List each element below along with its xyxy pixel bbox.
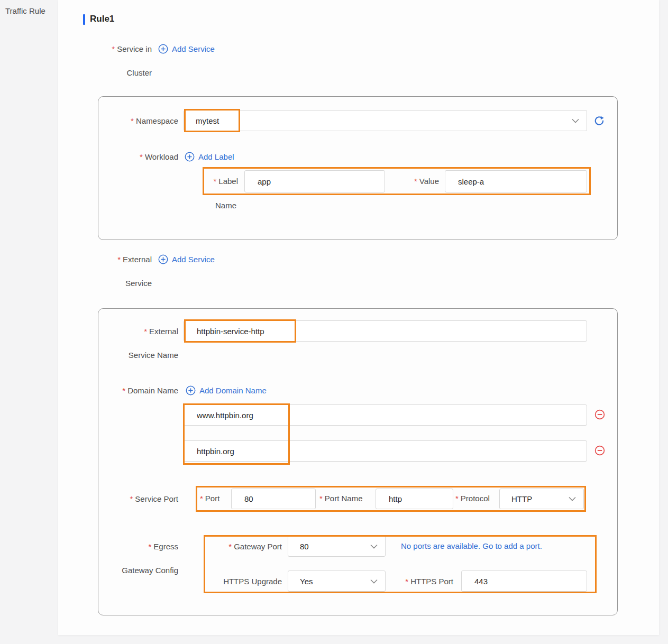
egress-label-line1: *Egress — [79, 542, 178, 551]
protocol-select[interactable]: HTTP — [499, 489, 584, 509]
required-mark: * — [144, 327, 147, 336]
external-service-name-label-line1: *External — [79, 327, 178, 336]
external-service-name-input[interactable] — [184, 320, 587, 342]
https-upgrade-select[interactable]: Yes — [288, 571, 386, 592]
service-port-label: *Service Port — [79, 494, 178, 504]
add-service-cluster-label: Add Service — [172, 44, 215, 53]
rule-accent-bar — [83, 14, 85, 25]
rule-title: Rule1 — [90, 13, 114, 25]
add-service-external-button[interactable]: Add Service — [158, 254, 215, 264]
https-port-label: *HTTPS Port — [394, 577, 453, 586]
gateway-port-select[interactable]: 80 — [288, 536, 386, 557]
chevron-down-icon — [572, 118, 579, 123]
add-label-label: Add Label — [198, 152, 234, 161]
chevron-down-icon — [370, 544, 378, 549]
required-mark: * — [131, 116, 134, 125]
port-label: *Port — [200, 494, 219, 503]
gateway-port-label: *Gateway Port — [212, 542, 282, 551]
domain-name-label: *Domain Name — [79, 386, 178, 395]
rule-panel: Rule1 *Service in Cluster Add Service *N… — [58, 0, 659, 635]
workload-name-label: Name — [215, 201, 236, 210]
https-upgrade-label: HTTPS Upgrade — [212, 577, 282, 586]
value-input[interactable] — [445, 170, 587, 192]
plus-circle-icon — [158, 254, 168, 264]
required-mark: * — [112, 44, 115, 53]
add-domain-name-label: Add Domain Name — [199, 386, 267, 395]
https-port-input[interactable] — [461, 571, 587, 592]
plus-circle-icon — [185, 152, 195, 162]
minus-circle-icon — [594, 445, 605, 456]
required-mark: * — [228, 542, 232, 551]
protocol-label: *Protocol — [455, 494, 490, 503]
gateway-port-select-value: 80 — [288, 542, 370, 551]
label-input[interactable] — [244, 170, 385, 192]
required-mark: * — [213, 177, 216, 186]
required-mark: * — [140, 152, 143, 161]
value-field-label: *Value — [402, 177, 439, 186]
namespace-select-value: mytest — [184, 116, 572, 125]
chevron-down-icon — [370, 579, 378, 584]
domain-input-2[interactable] — [184, 440, 587, 462]
required-mark: * — [414, 177, 417, 186]
service-in-cluster-label-line2: Cluster — [79, 68, 152, 78]
chevron-down-icon — [569, 496, 576, 501]
no-ports-message: No ports are available. Go to add a port… — [401, 541, 542, 550]
workload-label: *Workload — [79, 152, 178, 162]
traffic-rule-page: Traffic Rule Rule1 *Service in Cluster A… — [0, 0, 668, 644]
external-service-label-line2: Service — [79, 279, 152, 288]
go-add-port-link[interactable]: Go to add a port. — [482, 541, 542, 550]
refresh-icon — [594, 115, 605, 126]
https-upgrade-select-value: Yes — [288, 577, 370, 586]
domain-input-1[interactable] — [184, 404, 587, 426]
required-mark: * — [319, 494, 323, 503]
add-service-cluster-button[interactable]: Add Service — [158, 44, 215, 54]
namespace-select[interactable]: mytest — [184, 110, 587, 131]
plus-circle-icon — [186, 385, 196, 395]
egress-label-line2: Gateway Config — [79, 566, 178, 575]
service-in-cluster-label-line1: *Service in — [79, 44, 152, 54]
namespace-label: *Namespace — [79, 116, 178, 126]
port-input[interactable] — [231, 489, 316, 509]
external-service-label-line1: *External — [79, 255, 152, 264]
required-mark: * — [122, 386, 125, 395]
required-mark: * — [148, 542, 151, 551]
required-mark: * — [405, 577, 408, 586]
add-label-button[interactable]: Add Label — [185, 152, 234, 162]
traffic-rule-section-label: Traffic Rule — [5, 6, 45, 16]
port-name-label: *Port Name — [319, 494, 363, 503]
add-domain-name-button[interactable]: Add Domain Name — [186, 385, 267, 395]
refresh-button[interactable] — [593, 115, 605, 126]
required-mark: * — [117, 255, 121, 264]
add-service-external-label: Add Service — [172, 255, 215, 264]
port-name-input[interactable] — [376, 489, 453, 509]
required-mark: * — [200, 494, 203, 503]
required-mark: * — [455, 494, 459, 503]
label-field-label: *Label — [206, 177, 238, 186]
remove-domain-2-button[interactable] — [594, 445, 606, 456]
plus-circle-icon — [158, 44, 168, 54]
external-service-name-label-line2: Service Name — [79, 351, 178, 360]
remove-domain-1-button[interactable] — [594, 409, 606, 420]
minus-circle-icon — [594, 409, 605, 420]
protocol-select-value: HTTP — [500, 494, 569, 503]
required-mark: * — [130, 494, 133, 503]
